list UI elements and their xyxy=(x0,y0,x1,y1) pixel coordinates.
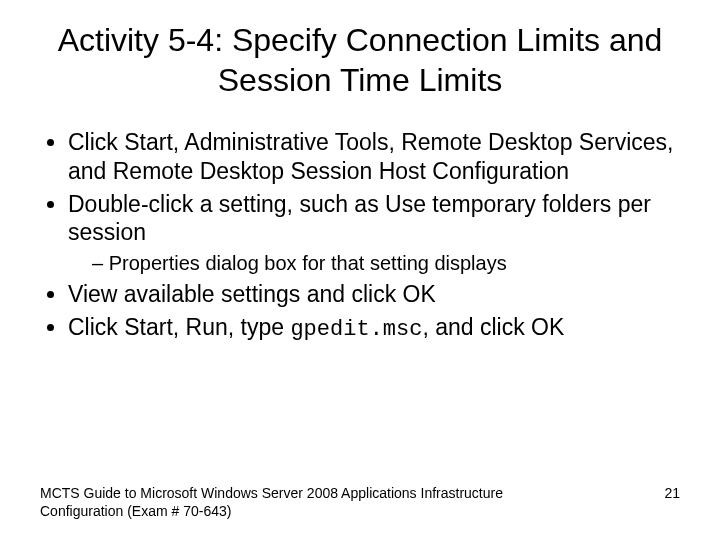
bullet-item: Click Start, Run, type gpedit.msc, and c… xyxy=(68,313,680,344)
bullet-text-post: , and click OK xyxy=(422,314,564,340)
code-text: gpedit.msc xyxy=(290,317,422,342)
bullet-item: View available settings and click OK xyxy=(68,280,680,309)
footer-text: MCTS Guide to Microsoft Windows Server 2… xyxy=(40,485,540,520)
slide: Activity 5-4: Specify Connection Limits … xyxy=(0,0,720,540)
bullet-text-pre: Click Start, Run, type xyxy=(68,314,290,340)
footer: MCTS Guide to Microsoft Windows Server 2… xyxy=(40,485,680,520)
sub-bullet-list: Properties dialog box for that setting d… xyxy=(68,251,680,276)
bullet-text: Double-click a setting, such as Use temp… xyxy=(68,191,651,246)
sub-bullet-item: Properties dialog box for that setting d… xyxy=(92,251,680,276)
page-number: 21 xyxy=(664,485,680,501)
slide-title: Activity 5-4: Specify Connection Limits … xyxy=(40,20,680,100)
bullet-item: Click Start, Administrative Tools, Remot… xyxy=(68,128,680,186)
bullet-item: Double-click a setting, such as Use temp… xyxy=(68,190,680,277)
bullet-list: Click Start, Administrative Tools, Remot… xyxy=(40,128,680,343)
